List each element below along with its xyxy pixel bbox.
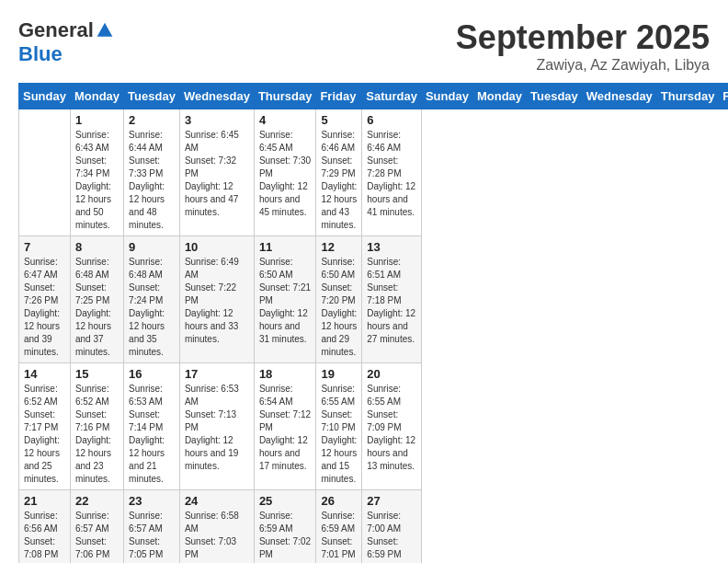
calendar-table: SundayMondayTuesdayWednesdayThursdayFrid… <box>18 83 728 563</box>
calendar-header-row: SundayMondayTuesdayWednesdayThursdayFrid… <box>19 84 729 109</box>
day-info: Sunrise: 6:47 AMSunset: 7:26 PMDaylight:… <box>24 256 65 359</box>
svg-marker-0 <box>97 23 113 37</box>
logo: General Blue <box>18 18 114 66</box>
day-number: 7 <box>24 240 65 254</box>
day-info: Sunrise: 6:45 AMSunset: 7:32 PMDaylight:… <box>185 129 249 219</box>
calendar-cell: 16Sunrise: 6:53 AMSunset: 7:14 PMDayligh… <box>124 363 180 490</box>
day-info: Sunrise: 6:52 AMSunset: 7:16 PMDaylight:… <box>75 383 119 486</box>
day-number: 22 <box>75 494 119 508</box>
calendar-cell: 7Sunrise: 6:47 AMSunset: 7:26 PMDaylight… <box>19 236 71 363</box>
day-info: Sunrise: 6:48 AMSunset: 7:25 PMDaylight:… <box>75 256 119 359</box>
day-info: Sunrise: 6:46 AMSunset: 7:29 PMDaylight:… <box>321 129 357 232</box>
day-number: 15 <box>75 367 119 381</box>
calendar-cell: 4Sunrise: 6:45 AMSunset: 7:30 PMDaylight… <box>254 109 316 236</box>
calendar-cell: 24Sunrise: 6:58 AMSunset: 7:03 PMDayligh… <box>179 490 254 564</box>
day-number: 1 <box>75 113 119 127</box>
day-number: 13 <box>367 240 416 254</box>
calendar-week-row: 14Sunrise: 6:52 AMSunset: 7:17 PMDayligh… <box>19 363 729 490</box>
calendar-cell: 25Sunrise: 6:59 AMSunset: 7:02 PMDayligh… <box>254 490 316 564</box>
calendar-cell: 9Sunrise: 6:48 AMSunset: 7:24 PMDaylight… <box>124 236 180 363</box>
day-info: Sunrise: 6:57 AMSunset: 7:05 PMDaylight:… <box>129 510 175 563</box>
calendar-cell: 26Sunrise: 6:59 AMSunset: 7:01 PMDayligh… <box>316 490 362 564</box>
calendar-cell: 8Sunrise: 6:48 AMSunset: 7:25 PMDaylight… <box>70 236 123 363</box>
day-info: Sunrise: 6:55 AMSunset: 7:09 PMDaylight:… <box>367 383 416 473</box>
calendar-cell: 11Sunrise: 6:50 AMSunset: 7:21 PMDayligh… <box>254 236 316 363</box>
day-number: 23 <box>129 494 175 508</box>
day-info: Sunrise: 6:59 AMSunset: 7:02 PMDaylight:… <box>259 510 312 563</box>
day-number: 8 <box>75 240 119 254</box>
day-number: 27 <box>367 494 416 508</box>
day-info: Sunrise: 6:53 AMSunset: 7:14 PMDaylight:… <box>129 383 175 486</box>
day-info: Sunrise: 6:55 AMSunset: 7:10 PMDaylight:… <box>321 383 357 486</box>
calendar-cell: 10Sunrise: 6:49 AMSunset: 7:22 PMDayligh… <box>179 236 254 363</box>
calendar-cell: 18Sunrise: 6:54 AMSunset: 7:12 PMDayligh… <box>254 363 316 490</box>
header-day-tuesday: Tuesday <box>527 84 583 109</box>
day-number: 6 <box>367 113 416 127</box>
day-info: Sunrise: 6:53 AMSunset: 7:13 PMDaylight:… <box>185 383 249 473</box>
calendar-cell: 3Sunrise: 6:45 AMSunset: 7:32 PMDaylight… <box>179 109 254 236</box>
day-number: 3 <box>185 113 249 127</box>
day-number: 25 <box>259 494 312 508</box>
day-number: 10 <box>185 240 249 254</box>
day-info: Sunrise: 6:54 AMSunset: 7:12 PMDaylight:… <box>259 383 312 473</box>
day-number: 12 <box>321 240 357 254</box>
day-number: 19 <box>321 367 357 381</box>
calendar-cell: 5Sunrise: 6:46 AMSunset: 7:29 PMDaylight… <box>316 109 362 236</box>
calendar-cell: 21Sunrise: 6:56 AMSunset: 7:08 PMDayligh… <box>19 490 71 564</box>
header-day-wednesday: Wednesday <box>582 84 656 109</box>
day-number: 21 <box>24 494 65 508</box>
calendar-cell: 19Sunrise: 6:55 AMSunset: 7:10 PMDayligh… <box>316 363 362 490</box>
calendar-cell: 6Sunrise: 6:46 AMSunset: 7:28 PMDaylight… <box>362 109 422 236</box>
calendar-cell: 27Sunrise: 7:00 AMSunset: 6:59 PMDayligh… <box>362 490 422 564</box>
calendar-cell: 22Sunrise: 6:57 AMSunset: 7:06 PMDayligh… <box>70 490 123 564</box>
day-number: 9 <box>129 240 175 254</box>
page-header: General Blue September 2025 Zawiya, Az Z… <box>18 18 710 74</box>
calendar-cell: 15Sunrise: 6:52 AMSunset: 7:16 PMDayligh… <box>70 363 123 490</box>
header-sunday: Sunday <box>19 84 71 109</box>
logo-blue-text: Blue <box>18 42 63 66</box>
day-info: Sunrise: 6:57 AMSunset: 7:06 PMDaylight:… <box>75 510 119 563</box>
calendar-cell: 12Sunrise: 6:50 AMSunset: 7:20 PMDayligh… <box>316 236 362 363</box>
calendar-week-row: 7Sunrise: 6:47 AMSunset: 7:26 PMDaylight… <box>19 236 729 363</box>
calendar-cell: 17Sunrise: 6:53 AMSunset: 7:13 PMDayligh… <box>179 363 254 490</box>
day-info: Sunrise: 6:49 AMSunset: 7:22 PMDaylight:… <box>185 256 249 346</box>
calendar-cell: 13Sunrise: 6:51 AMSunset: 7:18 PMDayligh… <box>362 236 422 363</box>
header-day-sunday: Sunday <box>421 84 472 109</box>
day-info: Sunrise: 6:59 AMSunset: 7:01 PMDaylight:… <box>321 510 357 563</box>
calendar-cell: 1Sunrise: 6:43 AMSunset: 7:34 PMDaylight… <box>70 109 123 236</box>
logo-icon <box>96 21 114 40</box>
day-number: 14 <box>24 367 65 381</box>
day-info: Sunrise: 6:51 AMSunset: 7:18 PMDaylight:… <box>367 256 416 346</box>
day-info: Sunrise: 6:45 AMSunset: 7:30 PMDaylight:… <box>259 129 312 219</box>
header-day-thursday: Thursday <box>656 84 719 109</box>
header-day-monday: Monday <box>472 84 526 109</box>
day-number: 17 <box>185 367 249 381</box>
day-number: 11 <box>259 240 312 254</box>
day-info: Sunrise: 6:56 AMSunset: 7:08 PMDaylight:… <box>24 510 65 563</box>
calendar-cell: 23Sunrise: 6:57 AMSunset: 7:05 PMDayligh… <box>124 490 180 564</box>
calendar-cell: 14Sunrise: 6:52 AMSunset: 7:17 PMDayligh… <box>19 363 71 490</box>
day-info: Sunrise: 6:52 AMSunset: 7:17 PMDaylight:… <box>24 383 65 486</box>
header-day-friday: Friday <box>719 84 728 109</box>
day-info: Sunrise: 6:44 AMSunset: 7:33 PMDaylight:… <box>129 129 175 232</box>
day-info: Sunrise: 6:46 AMSunset: 7:28 PMDaylight:… <box>367 129 416 219</box>
month-title: September 2025 <box>456 18 710 57</box>
header-saturday: Saturday <box>362 84 422 109</box>
calendar-cell: 2Sunrise: 6:44 AMSunset: 7:33 PMDaylight… <box>124 109 180 236</box>
header-friday: Friday <box>316 84 362 109</box>
location-text: Zawiya, Az Zawiyah, Libya <box>456 57 710 74</box>
header-monday: Monday <box>70 84 123 109</box>
logo-general-text: General <box>18 18 94 42</box>
day-info: Sunrise: 6:50 AMSunset: 7:21 PMDaylight:… <box>259 256 312 346</box>
header-wednesday: Wednesday <box>179 84 254 109</box>
day-number: 26 <box>321 494 357 508</box>
header-thursday: Thursday <box>254 84 316 109</box>
day-number: 24 <box>185 494 249 508</box>
day-number: 16 <box>129 367 175 381</box>
calendar-cell <box>19 109 71 236</box>
calendar-cell: 20Sunrise: 6:55 AMSunset: 7:09 PMDayligh… <box>362 363 422 490</box>
day-number: 5 <box>321 113 357 127</box>
day-number: 2 <box>129 113 175 127</box>
day-number: 20 <box>367 367 416 381</box>
day-number: 18 <box>259 367 312 381</box>
